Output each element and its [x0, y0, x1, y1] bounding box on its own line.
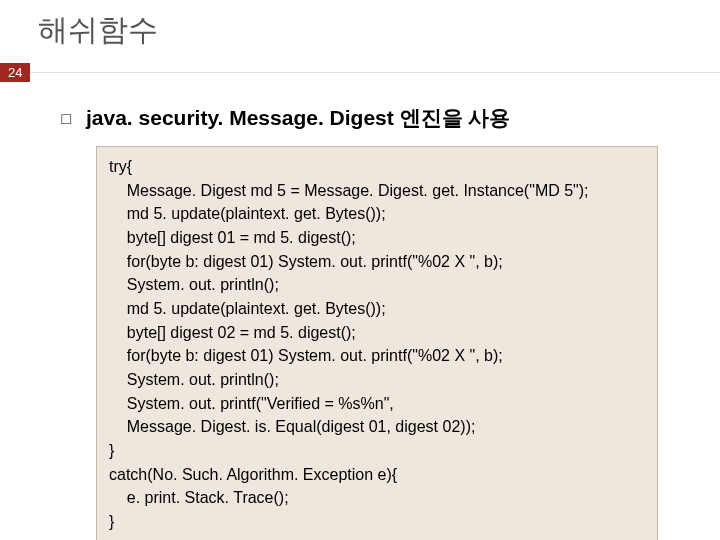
- bullet-icon: ◻: [60, 109, 72, 127]
- slide-title: 해쉬함수: [0, 0, 720, 61]
- section-heading: java. security. Message. Digest 엔진을 사용: [86, 104, 510, 132]
- badge-divider-line: [30, 72, 720, 73]
- page-number-badge: 24: [0, 63, 30, 82]
- content-area: ◻ java. security. Message. Digest 엔진을 사용…: [0, 82, 720, 540]
- page-badge-row: 24: [0, 63, 720, 82]
- code-block: try{ Message. Digest md 5 = Message. Dig…: [96, 146, 658, 540]
- heading-row: ◻ java. security. Message. Digest 엔진을 사용: [60, 104, 720, 132]
